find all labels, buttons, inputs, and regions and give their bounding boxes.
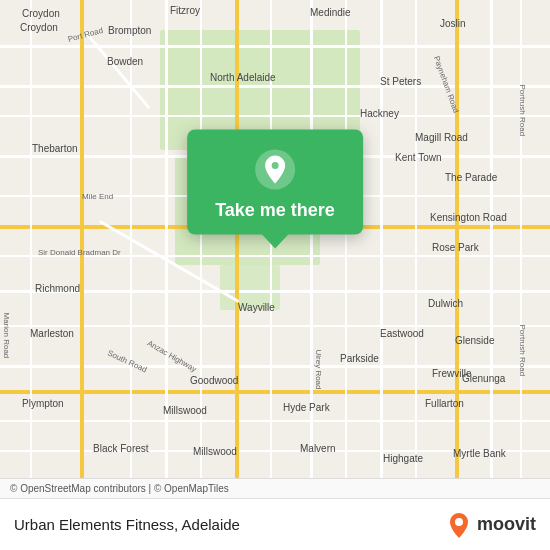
label-hyde-park: Hyde Park bbox=[283, 402, 330, 413]
label-kensington: Kensington Road bbox=[430, 212, 507, 223]
app: Croydon Fitzroy Medindie Joslin Croydon … bbox=[0, 0, 550, 550]
label-glenunga: Glenunga bbox=[462, 373, 505, 384]
road-v-7 bbox=[345, 0, 347, 478]
popup-card: Take me there bbox=[187, 129, 363, 234]
label-glenside: Glenside bbox=[455, 335, 494, 346]
label-marleston: Marleston bbox=[30, 328, 74, 339]
label-frewville: Frewville bbox=[432, 368, 471, 379]
road-v-3 bbox=[165, 0, 168, 478]
moovit-icon bbox=[445, 511, 473, 539]
label-plympton: Plympton bbox=[22, 398, 64, 409]
label-anzac: Anzac Highway bbox=[146, 339, 198, 374]
attribution-bar: © OpenStreetMap contributors | © OpenMap… bbox=[0, 478, 550, 498]
road-diagonal-port bbox=[84, 31, 151, 110]
map-container[interactable]: Croydon Fitzroy Medindie Joslin Croydon … bbox=[0, 0, 550, 478]
road-v-8 bbox=[380, 0, 383, 478]
road-v-11 bbox=[520, 0, 522, 478]
label-fitzroy: Fitzroy bbox=[170, 5, 200, 16]
road-v-major-3 bbox=[455, 0, 459, 478]
moovit-logo: moovit bbox=[445, 511, 536, 539]
label-croydon: Croydon bbox=[22, 8, 60, 19]
road-v-major-2 bbox=[235, 0, 239, 478]
road-v-1 bbox=[30, 0, 32, 478]
location-pin-icon bbox=[253, 147, 297, 191]
label-goodwood: Goodwood bbox=[190, 375, 238, 386]
label-portrush-top: Portrush Road bbox=[518, 85, 527, 137]
bottom-bar: Urban Elements Fitness, Adelaide moovit bbox=[0, 498, 550, 550]
road-v-major-1 bbox=[80, 0, 84, 478]
label-eastwood: Eastwood bbox=[380, 328, 424, 339]
label-marion: Marion Road bbox=[2, 313, 11, 359]
location-title: Urban Elements Fitness, Adelaide bbox=[14, 516, 240, 533]
label-highgate: Highgate bbox=[383, 453, 423, 464]
label-ulrey: Ulrey Road bbox=[314, 350, 323, 390]
label-thebarton: Thebarton bbox=[32, 143, 78, 154]
label-malvern: Malvern bbox=[300, 443, 336, 454]
attribution-text: © OpenStreetMap contributors | © OpenMap… bbox=[10, 483, 229, 494]
road-v-6 bbox=[310, 0, 313, 478]
road-v-9 bbox=[415, 0, 417, 478]
label-south-road: South Road bbox=[106, 348, 148, 374]
road-v-4 bbox=[200, 0, 202, 478]
label-portrush-bottom: Portrush Road bbox=[518, 325, 527, 377]
label-black-forest: Black Forest bbox=[93, 443, 149, 454]
label-magill: Magill Road bbox=[415, 132, 468, 143]
label-joslin: Joslin bbox=[440, 18, 466, 29]
svg-point-1 bbox=[455, 518, 463, 526]
take-me-there-button[interactable]: Take me there bbox=[215, 199, 335, 220]
label-croydon2: Croydon bbox=[20, 22, 58, 33]
road-v-10 bbox=[490, 0, 493, 478]
moovit-text: moovit bbox=[477, 514, 536, 535]
